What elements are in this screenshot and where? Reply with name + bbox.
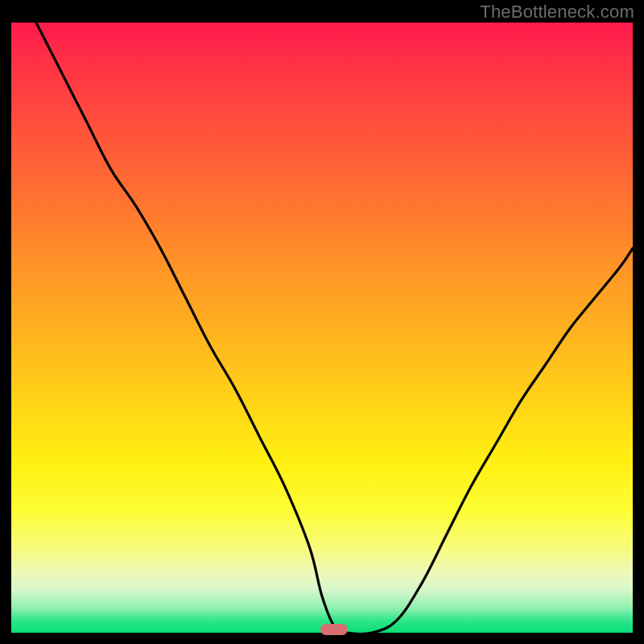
bottleneck-curve-path (36, 23, 633, 633)
bottleneck-curve (11, 23, 633, 633)
watermark-text: TheBottleneck.com (480, 2, 634, 23)
chart-frame: TheBottleneck.com (0, 0, 644, 644)
optimal-point-marker (320, 624, 348, 635)
plot-area (11, 23, 633, 633)
